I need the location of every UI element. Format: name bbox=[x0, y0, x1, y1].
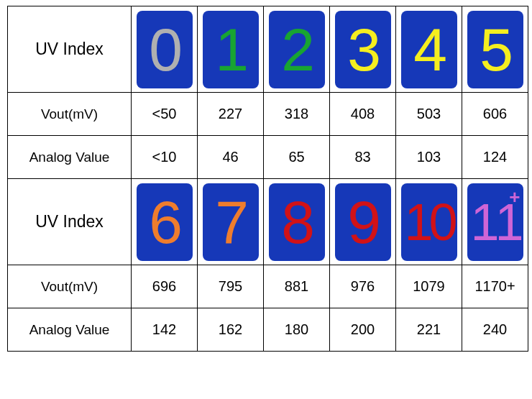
uv-tile-number: 1 bbox=[215, 19, 246, 80]
uv-tile: 10 bbox=[396, 179, 462, 265]
uv-tile: 1 bbox=[198, 6, 263, 92]
uv-tile-number: 6 bbox=[149, 192, 180, 252]
uv-tile-number: 3 bbox=[347, 19, 378, 80]
analog-value: 162 bbox=[198, 308, 264, 352]
uv-tile-bg: 0 bbox=[137, 11, 193, 88]
vout-value: 1079 bbox=[396, 265, 462, 308]
uv-tile-bg: 9 bbox=[335, 183, 391, 261]
uv-tile-bg: 2 bbox=[269, 11, 325, 88]
uv-tile: 4 bbox=[396, 6, 462, 92]
vout-row-2: Vout(mV) 696 795 881 976 1079 1170+ bbox=[8, 265, 528, 308]
uv-tile-bg: 4 bbox=[401, 11, 457, 88]
uv-tile: 0 bbox=[132, 6, 197, 92]
uv-tile-number: 5 bbox=[480, 19, 510, 80]
uv-tile: 7 bbox=[198, 179, 263, 265]
uv-tile: 9 bbox=[330, 179, 395, 265]
vout-value: 606 bbox=[462, 93, 528, 136]
uv-tile-bg: 7 bbox=[203, 183, 259, 261]
uv-tile-bg: 3 bbox=[335, 11, 391, 88]
uv-tile: 6 bbox=[132, 179, 197, 265]
analog-value: 124 bbox=[462, 136, 528, 179]
vout-value: 795 bbox=[198, 265, 264, 308]
analog-row-1: Analog Value <10 46 65 83 103 124 bbox=[8, 136, 528, 179]
analog-value: 240 bbox=[462, 308, 528, 352]
analog-value: 83 bbox=[330, 136, 396, 179]
analog-label: Analog Value bbox=[29, 322, 110, 337]
vout-value: 881 bbox=[264, 265, 330, 308]
uv-tile-number: 9 bbox=[347, 192, 378, 252]
vout-value: 408 bbox=[330, 93, 396, 136]
uv-tile: 2 bbox=[264, 6, 329, 92]
vout-value: 1170+ bbox=[462, 265, 528, 308]
uv-tile-number: 10 bbox=[404, 196, 453, 248]
uv-index-label: UV Index bbox=[35, 212, 104, 231]
analog-value: 65 bbox=[264, 136, 330, 179]
plus-icon: + bbox=[509, 186, 520, 208]
analog-value: 103 bbox=[396, 136, 462, 179]
analog-value: 221 bbox=[396, 308, 462, 352]
analog-value: 142 bbox=[132, 308, 198, 352]
uv-tile-number: 0 bbox=[149, 19, 180, 80]
analog-value: <10 bbox=[132, 136, 198, 179]
uv-tile-number: 2 bbox=[281, 19, 312, 80]
uv-tile-number: 7 bbox=[215, 192, 246, 252]
vout-label: Vout(mV) bbox=[41, 279, 98, 294]
uv-index-table: UV Index 0 1 2 3 4 5 Vout(mV) <50 227 31… bbox=[7, 6, 528, 352]
vout-row-1: Vout(mV) <50 227 318 408 503 606 bbox=[8, 93, 528, 136]
vout-label: Vout(mV) bbox=[41, 106, 98, 121]
uv-tile-bg: 8 bbox=[269, 183, 325, 261]
analog-value: 200 bbox=[330, 308, 396, 352]
uv-index-row-1: UV Index 0 1 2 3 4 5 bbox=[8, 6, 528, 93]
uv-index-label: UV Index bbox=[35, 40, 104, 58]
analog-value: 46 bbox=[198, 136, 264, 179]
uv-tile-bg: 11+ bbox=[467, 183, 523, 261]
uv-tile: 11+ bbox=[462, 179, 528, 265]
vout-value: 976 bbox=[330, 265, 396, 308]
uv-tile-number: 4 bbox=[413, 19, 444, 80]
analog-row-2: Analog Value 142 162 180 200 221 240 bbox=[8, 308, 528, 352]
uv-tile-bg: 1 bbox=[203, 11, 259, 88]
vout-value: 318 bbox=[264, 93, 330, 136]
vout-value: 503 bbox=[396, 93, 462, 136]
uv-tile-number: 8 bbox=[281, 192, 312, 252]
uv-tile-bg: 6 bbox=[137, 183, 193, 261]
uv-tile-bg: 10 bbox=[401, 183, 457, 261]
uv-tile-bg: 5 bbox=[467, 11, 523, 88]
analog-value: 180 bbox=[264, 308, 330, 352]
vout-value: 227 bbox=[198, 93, 264, 136]
vout-value: 696 bbox=[132, 265, 198, 308]
uv-tile: 5 bbox=[462, 6, 528, 92]
analog-label: Analog Value bbox=[29, 150, 110, 165]
uv-index-row-2: UV Index 6 7 8 9 10 11+ bbox=[8, 179, 528, 265]
vout-value: <50 bbox=[132, 93, 198, 136]
uv-tile: 8 bbox=[264, 179, 329, 265]
uv-tile: 3 bbox=[330, 6, 395, 92]
